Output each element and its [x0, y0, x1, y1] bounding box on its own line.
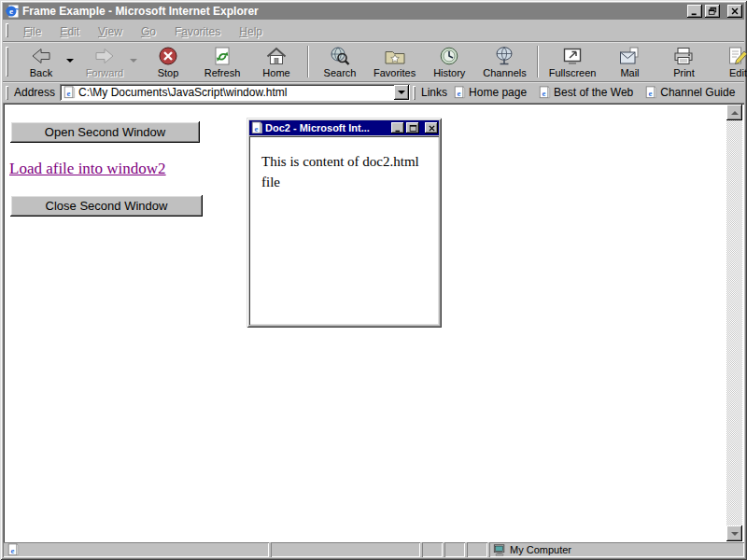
history-icon [438, 46, 460, 66]
toolbar-button-stop[interactable]: Stop [141, 43, 195, 81]
refresh-icon [211, 46, 233, 66]
links-item-channel-guide[interactable]: eChannel Guide [644, 86, 735, 99]
status-pane [467, 542, 487, 557]
restore-button[interactable] [705, 5, 720, 18]
menu-items: FileEditViewGoFavoritesHelp [14, 22, 272, 39]
fullscreen-icon [561, 46, 584, 66]
address-bar: Address e C:\My Documents\JavaScript\win… [3, 82, 744, 104]
svg-text:e: e [543, 89, 546, 98]
window-title: Frame Example - Microsoft Internet Explo… [22, 5, 684, 18]
addressbar-gripper[interactable] [6, 86, 8, 100]
toolbar-button-label: History [433, 67, 465, 78]
print-icon [672, 46, 695, 66]
menu-item-edit[interactable]: Edit [50, 23, 89, 40]
zone-label: My Computer [510, 544, 571, 555]
address-label: Address [14, 86, 55, 99]
links-item-label: Channel Guide [660, 86, 735, 99]
popup-title: Doc2 - Microsoft Int... [265, 122, 389, 133]
toolbar-button-label: Mail [620, 67, 639, 78]
popup-window: e Doc2 - Microsoft Int... This is conten… [247, 118, 442, 328]
links-item-home-page[interactable]: eHome page [453, 86, 527, 99]
toolbar-button-history[interactable]: History [422, 43, 476, 81]
svg-text:e: e [67, 89, 71, 98]
address-value[interactable]: C:\My Documents\JavaScript\window.html [78, 86, 390, 99]
links-label: Links [421, 86, 447, 99]
popup-close-button[interactable] [425, 122, 438, 133]
status-bar: e My Computer [3, 542, 744, 557]
ie-page-icon: e [538, 86, 551, 99]
toolbar-button-search[interactable]: Search [313, 43, 367, 81]
toolbar-button-label: Forward [86, 67, 123, 78]
address-input[interactable]: e C:\My Documents\JavaScript\window.html [60, 84, 410, 101]
toolbar-button-favorites[interactable]: Favorites [367, 43, 422, 81]
back-arrow-icon [30, 46, 52, 66]
close-button[interactable] [727, 5, 742, 18]
scroll-up-arrow-icon [731, 111, 739, 115]
toolbar-button-print[interactable]: Print [656, 43, 711, 81]
close-second-window-button[interactable]: Close Second Window [10, 195, 203, 217]
popup-body-text: This is content of doc2.html file [249, 136, 439, 193]
ie-logo-icon: e [5, 4, 20, 19]
status-pane [422, 542, 443, 557]
menu-item-file[interactable]: File [14, 23, 50, 40]
status-document-pane: e [3, 542, 269, 557]
toolbar-buttons: BackForwardStopRefreshHomeSearchFavorite… [14, 43, 747, 81]
menu-item-help[interactable]: Help [230, 23, 272, 40]
toolbar-button-label: Search [324, 67, 357, 78]
linksbar-gripper[interactable] [413, 86, 416, 100]
address-dropdown-button[interactable] [394, 85, 409, 100]
minimize-button[interactable] [687, 5, 702, 18]
popup-client-area: This is content of doc2.html file [249, 136, 439, 325]
toolbar-button-home[interactable]: Home [249, 43, 303, 81]
load-file-link[interactable]: Load afile into window2 [9, 160, 166, 178]
status-pane [444, 542, 465, 557]
edit-icon [726, 46, 747, 66]
open-second-window-button[interactable]: Open Second Window [10, 121, 200, 143]
vertical-scrollbar[interactable] [726, 105, 742, 541]
toolbar-separator [307, 46, 309, 77]
popup-maximize-button[interactable] [406, 122, 419, 133]
links-item-label: Best of the Web [554, 86, 633, 99]
toolbar-button-label: Home [262, 67, 289, 78]
title-bar[interactable]: e Frame Example - Microsoft Internet Exp… [3, 3, 744, 20]
menubar-gripper[interactable] [6, 23, 8, 37]
ie-page-icon: e [63, 86, 76, 99]
dropdown-arrow-icon[interactable] [130, 59, 137, 63]
links-item-best-of-the-web[interactable]: eBest of the Web [538, 86, 633, 99]
search-icon [329, 46, 351, 66]
toolbar-gripper[interactable] [6, 47, 8, 77]
toolbar-button-edit[interactable]: Edit [711, 43, 747, 81]
dropdown-arrow-icon[interactable] [66, 59, 74, 63]
svg-text:e: e [458, 89, 461, 98]
svg-text:e: e [9, 7, 13, 16]
forward-arrow-icon [93, 46, 116, 66]
ie-page-icon: e [453, 86, 466, 99]
links-item-label: Home page [469, 86, 527, 99]
toolbar-button-label: Favorites [374, 67, 416, 78]
toolbar-button-channels[interactable]: Channels [476, 43, 532, 81]
toolbar-button-fullscreen[interactable]: Fullscreen [543, 43, 603, 81]
menu-item-view[interactable]: View [89, 23, 132, 40]
toolbar-button-back[interactable]: Back [14, 43, 78, 81]
toolbar-button-forward[interactable]: Forward [78, 43, 141, 81]
mail-icon [618, 46, 641, 66]
menu-item-favorites[interactable]: Favorites [165, 23, 230, 40]
dropdown-arrow-icon [398, 91, 405, 94]
ie-page-icon: e [250, 121, 263, 134]
toolbar-button-refresh[interactable]: Refresh [195, 43, 249, 81]
scroll-up-button[interactable] [726, 105, 742, 120]
toolbar-button-mail[interactable]: Mail [602, 43, 656, 81]
toolbar: BackForwardStopRefreshHomeSearchFavorite… [3, 42, 744, 82]
scroll-down-button[interactable] [726, 525, 742, 541]
popup-minimize-button[interactable] [391, 122, 404, 133]
status-progress-pane [271, 542, 420, 557]
menu-item-go[interactable]: Go [132, 23, 165, 40]
popup-title-bar[interactable]: e Doc2 - Microsoft Int... [249, 120, 439, 135]
toolbar-button-label: Back [30, 67, 52, 78]
ie-page-icon: e [7, 543, 20, 556]
svg-text:e: e [649, 89, 653, 98]
toolbar-button-label: Fullscreen [549, 67, 597, 78]
toolbar-button-label: Edit [729, 67, 747, 78]
toolbar-button-label: Stop [158, 67, 179, 78]
ie-page-icon: e [644, 86, 657, 99]
